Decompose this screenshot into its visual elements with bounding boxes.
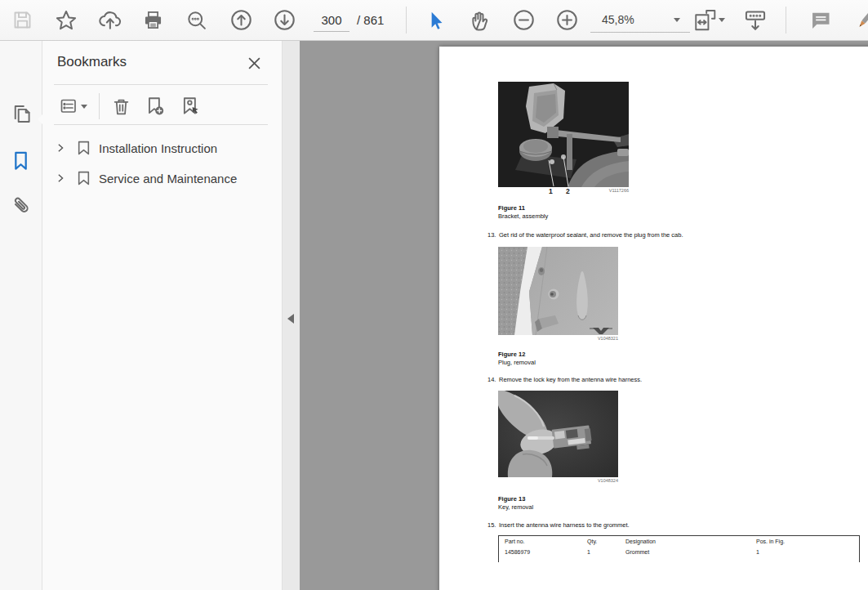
panel-toolbar-divider [99, 93, 100, 119]
table-cell: 1 [756, 549, 759, 555]
comment-button[interactable] [799, 0, 843, 40]
figure-12-caption: Figure 12 Plug, removal [498, 351, 536, 366]
print-button[interactable] [131, 0, 175, 40]
delete-bookmark-button[interactable] [106, 92, 136, 121]
figure-11-caption: Figure 11 Bracket, assembly [498, 204, 548, 220]
new-bookmark-button[interactable] [139, 92, 171, 121]
pdf-page: 1 2 V1117266 Figure 11 Bracket, assembly… [439, 47, 868, 590]
minus-circle-icon [512, 8, 536, 32]
scroll-mode-icon [744, 9, 767, 32]
figure-subcaption: Plug, removal [498, 359, 536, 367]
step-number: 13. [487, 231, 499, 239]
share-button[interactable] [87, 0, 131, 40]
toolbar-divider [786, 7, 786, 34]
sidebar-item-page-thumbnails[interactable] [0, 95, 42, 132]
figure-label: Figure 12 [498, 351, 536, 359]
zoom-level-value: 45,8% [590, 13, 674, 26]
step-13: 13.Get rid of the waterproof sealant, an… [487, 231, 839, 239]
comment-icon [809, 9, 832, 32]
trash-icon [111, 96, 131, 117]
table-header: Pos. in Fig. [756, 539, 785, 544]
active-panel-notch [38, 114, 43, 125]
search-button[interactable] [175, 0, 219, 40]
locate-bookmark-icon [180, 96, 202, 117]
chevron-down-icon [719, 18, 725, 22]
sidebar-item-attachments[interactable] [0, 187, 42, 225]
search-icon [185, 9, 208, 32]
fill-sign-button[interactable] [843, 0, 868, 40]
figure-12-ref: V1048321 [498, 336, 618, 341]
select-tool-button[interactable] [413, 0, 457, 40]
options-list-icon [60, 96, 79, 116]
parts-table: Part no. Qty. Designation Pos. in Fig. 1… [498, 535, 860, 562]
toolbar-divider [406, 7, 407, 34]
cloud-upload-icon [98, 8, 122, 32]
step-15: 15.Insert the antenna wire harness to th… [487, 521, 839, 529]
table-header: Designation [625, 539, 656, 544]
panel-separator [54, 84, 268, 85]
pen-icon [852, 8, 868, 33]
bookmark-item-label: Installation Instruction [99, 141, 217, 155]
collapse-panel-arrow[interactable] [287, 313, 295, 324]
figure-12-image [498, 247, 618, 335]
save-button[interactable] [0, 0, 44, 40]
star-button[interactable] [44, 0, 88, 40]
fit-width-icon [694, 9, 716, 31]
chevron-right-icon [56, 143, 65, 153]
bookmark-icon [77, 171, 91, 185]
find-current-bookmark-button[interactable] [175, 92, 207, 121]
save-icon [11, 9, 33, 31]
bookmark-item-service-and-maintenance[interactable]: Service and Maintenance [42, 164, 282, 192]
sidebar-item-bookmarks[interactable] [0, 141, 42, 179]
pointer-icon [425, 10, 446, 31]
new-bookmark-icon [145, 96, 166, 117]
print-icon [142, 9, 164, 31]
table-cell: Grommet [625, 549, 649, 555]
scroll-mode-button[interactable] [735, 0, 776, 40]
panel-title: Bookmarks [57, 54, 127, 70]
figure-13-ref: V1048324 [498, 478, 618, 483]
fit-width-button[interactable] [686, 0, 733, 40]
step-text: Remove the lock key from the antenna wir… [499, 376, 642, 383]
bookmark-item-label: Service and Maintenance [99, 172, 237, 185]
figure-label: Figure 13 [498, 495, 533, 503]
figure-13-caption: Figure 13 Key, removal [498, 495, 533, 511]
table-header: Part no. [505, 539, 525, 544]
zoom-out-button[interactable] [501, 0, 545, 40]
next-page-button[interactable] [262, 0, 306, 40]
page-total-label: / 861 [357, 0, 384, 40]
table-header: Qty. [587, 539, 597, 544]
bookmark-icon [77, 141, 91, 155]
star-icon [55, 9, 78, 32]
bookmark-item-installation-instruction[interactable]: Installation Instruction [42, 134, 282, 162]
close-panel-button[interactable] [242, 51, 266, 75]
close-icon [247, 56, 261, 70]
figure-11-image [498, 82, 629, 187]
zoom-level-field[interactable]: 45,8% [590, 7, 690, 33]
panel-splitter[interactable] [282, 41, 300, 590]
step-text: Get rid of the waterproof sealant, and r… [499, 231, 683, 239]
table-cell: 14586979 [505, 549, 530, 555]
figure-subcaption: Key, removal [498, 503, 533, 512]
panel-separator [54, 124, 268, 125]
document-viewport[interactable]: 1 2 V1117266 Figure 11 Bracket, assembly… [300, 41, 868, 590]
bookmark-icon [10, 150, 32, 172]
pages-icon [10, 103, 32, 125]
chevron-down-icon [81, 105, 87, 109]
table-cell: 1 [587, 549, 590, 555]
arrow-up-circle-icon [229, 8, 253, 32]
main-toolbar: / 861 45,8% [0, 0, 868, 41]
figure-13-image [498, 391, 618, 477]
chevron-down-icon [674, 18, 680, 22]
zoom-in-button[interactable] [545, 0, 589, 40]
previous-page-button[interactable] [219, 0, 263, 40]
chevron-right-icon [56, 173, 65, 183]
bookmark-options-button[interactable] [56, 92, 91, 121]
side-nav-strip [0, 41, 42, 590]
page-number-input[interactable] [314, 9, 349, 32]
plus-circle-icon [555, 8, 579, 32]
hand-tool-button[interactable] [458, 0, 502, 40]
figure-11-ref: V1117266 [498, 188, 629, 193]
step-number: 14. [487, 376, 499, 383]
paperclip-icon [10, 194, 33, 217]
